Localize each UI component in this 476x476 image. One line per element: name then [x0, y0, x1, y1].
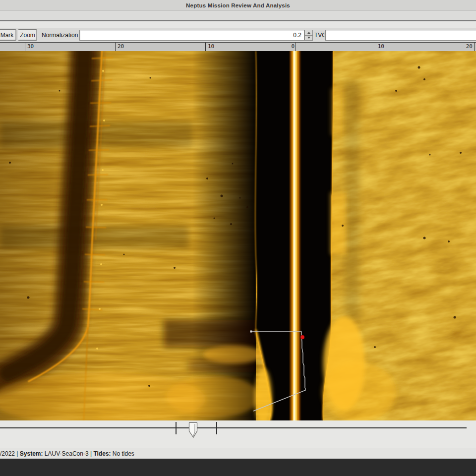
- ruler-tick: [205, 43, 206, 51]
- zoom-button[interactable]: Zoom: [18, 29, 37, 41]
- mark-button[interactable]: Mark: [0, 29, 16, 41]
- ruler-label: 20: [464, 43, 473, 50]
- status-system-value: LAUV-SeaCon-3: [43, 450, 89, 457]
- ruler-tick: [474, 43, 475, 51]
- neptus-window: Neptus Mission Review And Analysis Mark …: [0, 0, 476, 476]
- timeline-handle[interactable]: [188, 422, 198, 439]
- sonar-waterfall-image: [0, 51, 476, 420]
- timeline-track[interactable]: [0, 427, 467, 428]
- normalization-input[interactable]: 0.2: [79, 30, 304, 41]
- red-marker-dot: [300, 335, 304, 339]
- ruler-tick: [296, 43, 296, 51]
- ruler-label: 30: [27, 43, 34, 50]
- ruler-tick: [386, 43, 386, 51]
- tvg-input[interactable]: [325, 30, 476, 41]
- status-separator: |: [89, 450, 94, 457]
- spinner-up-icon: [307, 32, 310, 34]
- timeline-handle-icon: [188, 422, 198, 439]
- status-separator: |: [15, 450, 20, 457]
- ruler-label: 20: [118, 43, 124, 50]
- sidescan-toolbar: Mark Zoom Normalization 0.2 TVG: [0, 28, 476, 42]
- window-title: Neptus Mission Review And Analysis: [186, 2, 290, 8]
- normalization-spinner: [304, 30, 313, 41]
- menu-strip: [0, 11, 476, 21]
- normalization-label: Normalization: [42, 28, 78, 42]
- timeline-scrubber: [0, 420, 476, 448]
- ruler-tick: [25, 43, 25, 51]
- status-system-label: System:: [20, 450, 43, 457]
- timeline-tick: [176, 422, 177, 434]
- ruler-label: 10: [376, 43, 384, 50]
- status-tides-label: Tides:: [93, 450, 111, 457]
- status-bar: /2022 | System: LAUV-SeaCon-3 | Tides: N…: [0, 448, 476, 459]
- spinner-up-button[interactable]: [304, 30, 313, 36]
- ruler-label: 0: [288, 43, 295, 50]
- ruler-tick: [115, 43, 116, 51]
- bottom-filler-strip: [0, 459, 476, 476]
- spinner-down-button[interactable]: [304, 36, 313, 41]
- ruler-label: 10: [208, 43, 214, 50]
- tvg-label: TVG: [314, 28, 327, 42]
- range-ruler: 30 20 10 0 10 20: [0, 42, 476, 51]
- status-date: /2022: [0, 450, 15, 457]
- timeline-tick: [216, 422, 217, 434]
- sonar-texture-layers: [0, 51, 476, 420]
- toolbar-spacer: [0, 22, 476, 28]
- status-tides-value: No tides: [111, 450, 134, 457]
- sonar-waterfall-view[interactable]: [0, 51, 476, 420]
- title-bar: Neptus Mission Review And Analysis: [0, 0, 476, 11]
- spinner-down-icon: [307, 37, 310, 39]
